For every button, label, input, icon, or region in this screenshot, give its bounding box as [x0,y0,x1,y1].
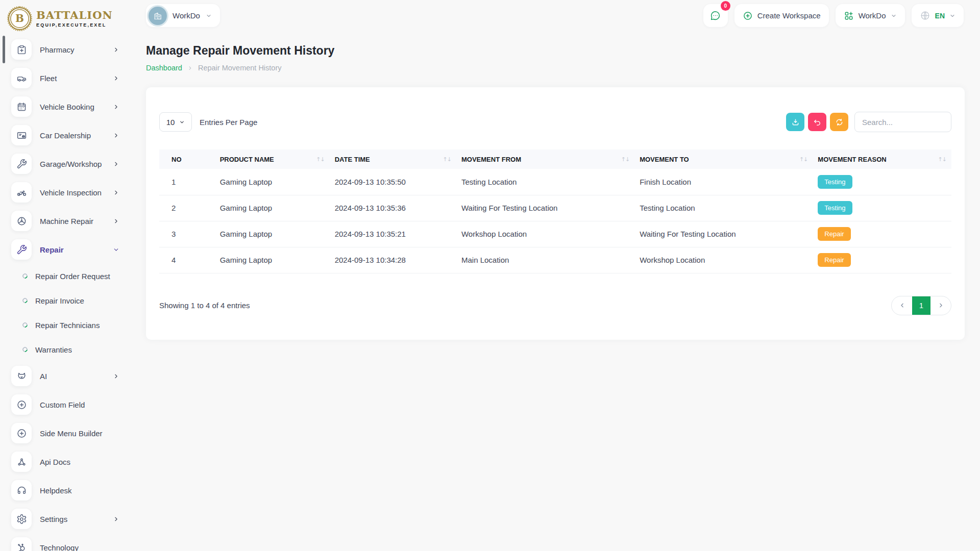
create-workspace-button[interactable]: Create Workspace [734,4,829,27]
column-label: PRODUCT NAME [220,156,274,163]
column-header-movement-reason[interactable]: MOVEMENT REASON↑↓ [813,149,951,169]
sidebar-item-car-dealership[interactable]: Car Dealership [0,121,131,149]
sort-icon[interactable]: ↑↓ [621,156,629,163]
tech-icon [11,537,32,551]
page-1-button[interactable]: 1 [912,296,930,315]
brand-name: BATTALION [36,10,113,20]
sidebar-item-vehicle-booking[interactable]: Vehicle Booking [0,92,131,121]
cell-date-time: 2024-09-13 10:35:21 [330,221,456,247]
motorcycle-icon [11,182,32,203]
table-body: 1Gaming Laptop2024-09-13 10:35:50Testing… [159,169,951,273]
sort-icon[interactable]: ↑↓ [443,156,451,163]
sidebar-item-label: Api Docs [40,458,70,466]
sidebar-item-ai[interactable]: AI [0,362,131,390]
page-title: Manage Repair Movement History [146,44,965,58]
reason-badge: Repair [818,227,850,241]
sidebar-item-api-docs[interactable]: Api Docs [0,447,131,476]
sidebar-item-label: Machine Repair [40,217,93,226]
sidebar-scrollbar[interactable] [3,36,5,63]
search-input[interactable] [854,112,951,132]
messages-button[interactable]: 0 [703,4,728,27]
sidebar-item-label: AI [40,372,47,381]
sidebar-subitem-repair-invoice[interactable]: Repair Invoice [0,288,131,313]
column-label: MOVEMENT REASON [818,156,886,163]
id-card-icon [11,125,32,145]
column-label: MOVEMENT FROM [461,156,521,163]
table-footer: Showing 1 to 4 of 4 entries 1 [159,296,951,315]
sidebar-subitem-repair-order-request[interactable]: Repair Order Request [0,264,131,288]
sidebar-item-pharmacy[interactable]: Pharmacy [0,35,131,64]
language-selector[interactable]: EN [912,4,964,27]
column-header-movement-to[interactable]: MOVEMENT TO↑↓ [634,149,813,169]
cell-product-name: Gaming Laptop [215,169,330,195]
sort-icon[interactable]: ↑↓ [316,156,324,163]
chevron-right-icon [113,161,119,167]
brand-text: BATTALION EQUIP,EXECUTE,EXEL [36,10,113,28]
app-root: B BATTALION EQUIP,EXECUTE,EXEL PharmacyF… [0,0,980,551]
sidebar-item-settings[interactable]: Settings [0,505,131,533]
chevron-right-icon [113,46,119,53]
export-button[interactable] [786,113,804,131]
cell-movement-reason: Repair [813,221,951,247]
nodes-icon [11,452,32,472]
sidebar-item-repair[interactable]: Repair [0,235,131,264]
next-page-button[interactable] [930,296,951,315]
sort-icon[interactable]: ↑↓ [938,156,946,163]
table-row: 1Gaming Laptop2024-09-13 10:35:50Testing… [159,169,951,195]
sidebar-subitem-label: Warranties [35,345,72,354]
cell-product-name: Gaming Laptop [215,247,330,273]
car-icon [11,68,32,88]
table-actions [786,112,951,132]
sidebar-item-label: Car Dealership [40,131,91,140]
entries-per-page-value: 10 [166,118,175,127]
reload-button[interactable] [830,113,848,131]
undo-icon [813,118,822,127]
sidebar-item-label: Technology [40,543,79,551]
sort-icon[interactable]: ↑↓ [799,156,807,163]
cell-no: 3 [159,221,215,247]
sidebar-subitem-repair-technicians[interactable]: Repair Technicians [0,313,131,337]
breadcrumb-dashboard-link[interactable]: Dashboard [146,64,182,72]
messages-count-badge: 0 [721,1,730,11]
sidebar-item-machine-repair[interactable]: Machine Repair [0,207,131,235]
sidebar-item-custom-field[interactable]: Custom Field [0,390,131,419]
sidebar-item-fleet[interactable]: Fleet [0,64,131,92]
chevron-right-icon [113,516,119,522]
column-header-movement-from[interactable]: MOVEMENT FROM↑↓ [456,149,634,169]
clipboard-plus-icon [11,39,32,60]
sidebar-item-label: Garage/Workshop [40,160,102,168]
plus-circle-icon [11,423,32,443]
app-switcher-label: WorkDo [859,11,886,20]
sidebar-item-garage-workshop[interactable]: Garage/Workshop [0,149,131,178]
wrench-icon [11,154,32,174]
chevron-down-icon [179,119,185,125]
gear-icon [11,509,32,529]
brand-logo[interactable]: B BATTALION EQUIP,EXECUTE,EXEL [0,0,131,35]
sidebar-item-vehicle-inspection[interactable]: Vehicle Inspection [0,178,131,207]
column-header-product-name[interactable]: PRODUCT NAME↑↓ [215,149,330,169]
chevron-right-icon [113,218,119,224]
download-icon [791,118,800,127]
bullet-icon [21,321,29,329]
app-switcher-button[interactable]: WorkDo [836,4,905,27]
table-row: 4Gaming Laptop2024-09-13 10:34:28Main Lo… [159,247,951,273]
building-icon [149,7,167,25]
reason-badge: Testing [818,201,852,215]
cell-no: 1 [159,169,215,195]
sidebar-item-technology[interactable]: Technology [0,533,131,551]
undo-button[interactable] [808,113,826,131]
plus-circle-icon [743,11,753,21]
entries-per-page-select[interactable]: 10 [159,112,192,132]
cell-movement-to: Waiting For Testing Location [634,221,813,247]
sidebar-item-side-menu-builder[interactable]: Side Menu Builder [0,419,131,447]
cell-movement-from: Testing Location [456,169,634,195]
previous-page-button[interactable] [892,296,912,315]
column-header-date-time[interactable]: DATE TIME↑↓ [330,149,456,169]
sidebar-item-helpdesk[interactable]: Helpdesk [0,476,131,505]
workspace-selector[interactable]: WorkDo [146,4,220,27]
sidebar-item-label: Settings [40,515,67,523]
table-row: 2Gaming Laptop2024-09-13 10:35:36Waiting… [159,195,951,221]
sidebar-subitem-warranties[interactable]: Warranties [0,337,131,362]
breadcrumb-current: Repair Movement History [198,64,282,72]
cell-no: 4 [159,247,215,273]
